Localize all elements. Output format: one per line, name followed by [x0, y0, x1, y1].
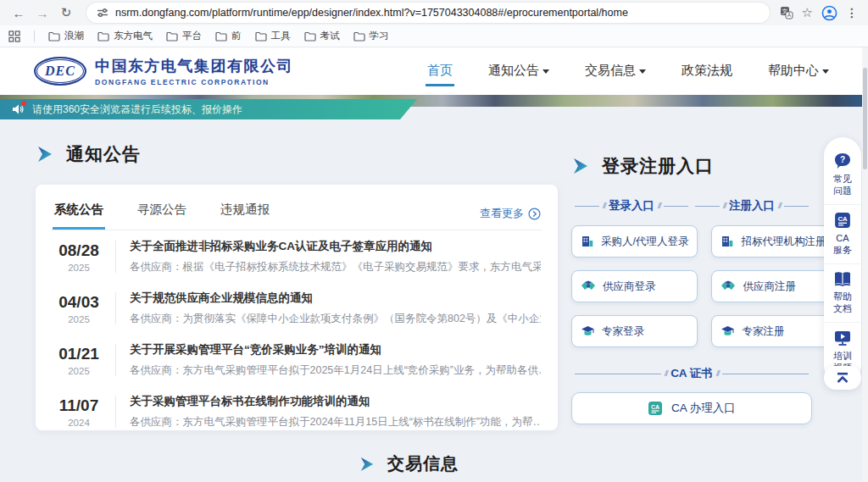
bookmark-folder[interactable]: 平台: [166, 30, 202, 42]
help-docs-shortcut[interactable]: 帮助文档: [824, 263, 861, 322]
profile-avatar-icon[interactable]: [821, 5, 837, 21]
login-entry-header: 登录入口: [571, 198, 692, 213]
notice-title[interactable]: 关于规范供应商企业规模信息的通知: [130, 291, 541, 306]
folder-icon: [304, 31, 316, 42]
purchaser-agent-login-button[interactable]: 采购人/代理人登录: [571, 225, 698, 258]
notice-list-item[interactable]: 01/21 2025 关于开展采购管理平台“竞价采购业务”培训的通知 各供应商：…: [51, 334, 542, 385]
entry-button-label: 专家登录: [602, 324, 644, 339]
notice-date: 08/28 2025: [53, 241, 105, 273]
section-arrow-icon: [571, 158, 590, 175]
handshake-icon: [581, 280, 596, 292]
ca-cert-header: CA 证书: [571, 366, 812, 381]
divider: [115, 344, 116, 376]
bookmark-label: 工具: [271, 30, 291, 42]
nav-item-trade-info[interactable]: 交易信息: [583, 56, 648, 86]
folder-icon: [166, 31, 178, 42]
notice-desc: 各供应商：为贯彻落实《保障中小企业款项支付条例》（国务院令第802号）及《中小企…: [130, 312, 541, 326]
section-title: 登录注册入口: [602, 154, 714, 178]
bookmark-label: 平台: [182, 30, 202, 42]
expert-register-button[interactable]: 专家注册: [711, 315, 835, 347]
quick-access-sidebar: ? 常见问题 CA CA服务 帮助文档 培训视频: [824, 137, 861, 385]
notice-list-item[interactable]: 11/07 2024 关于采购管理平台标书在线制作功能培训的通知 各供应商：东方…: [51, 385, 542, 437]
bookmark-folder[interactable]: 考试: [304, 30, 340, 42]
nav-item-policies[interactable]: 政策法规: [680, 56, 734, 86]
browser-notice-ribbon: 请使用360安全浏览器进行后续投标、报价操作: [0, 99, 417, 119]
tab-violation-reports[interactable]: 违规通报: [219, 197, 271, 230]
notices-card: 系统公告 寻源公告 违规通报 查看更多 08/28 2025: [36, 185, 558, 430]
address-bar[interactable]: nsrm.dongfang.com/platform/runtime/epp/d…: [86, 3, 770, 23]
notice-list-item[interactable]: 08/28 2025 关于全面推进非招标采购业务CA认证及电子签章应用的通知 各…: [51, 230, 542, 282]
notice-list-item[interactable]: 04/03 2025 关于规范供应商企业规模信息的通知 各供应商：为贯彻落实《保…: [51, 282, 542, 334]
tab-system-notices[interactable]: 系统公告: [53, 197, 105, 230]
supplier-login-button[interactable]: 供应商登录: [571, 270, 698, 302]
notices-section: 通知公告 系统公告 寻源公告 违规通报 查看更多 08/2: [36, 107, 558, 430]
bookmark-folder[interactable]: 学习: [353, 30, 389, 42]
ca-service-shortcut[interactable]: CA CA服务: [824, 204, 861, 263]
bookmark-folder[interactable]: 东方电气: [97, 30, 153, 42]
svg-text:A: A: [787, 12, 791, 18]
collapse-sidebar-button[interactable]: [824, 366, 861, 390]
notice-desc: 各供应商：根据《电子招标投标系统技术规范》《电子采购交易规范》要求，东方电气采购…: [130, 260, 541, 274]
folder-icon: [255, 31, 267, 42]
svg-text:?: ?: [840, 155, 845, 164]
question-icon: ?: [833, 152, 852, 169]
section-arrow-icon: [36, 146, 54, 163]
chevron-down-icon: [639, 69, 646, 74]
refresh-icon[interactable]: ↻: [56, 3, 76, 23]
circle-arrow-right-icon: [528, 208, 541, 220]
entry-buttons-grid: 采购人/代理人登录 招标代理机构注册 供应商登录 供应商注册: [571, 225, 812, 347]
notice-tabs: 系统公告 寻源公告 违规通报 查看更多: [51, 197, 542, 230]
folder-icon: [215, 31, 227, 42]
bookmark-label: 东方电气: [114, 30, 153, 42]
handshake-icon: [721, 280, 736, 292]
tab-sourcing-notices[interactable]: 寻源公告: [136, 197, 188, 230]
nav-item-notices[interactable]: 通知公告: [487, 56, 551, 86]
trade-info-section: 交易信息: [0, 452, 817, 475]
notice-title[interactable]: 关于开展采购管理平台“竞价采购业务”培训的通知: [130, 342, 541, 357]
page-main: 通知公告 系统公告 寻源公告 违规通报 查看更多 08/2: [0, 107, 868, 482]
divider: [115, 292, 116, 324]
company-name-cn: 中国东方电气集团有限公司: [95, 56, 293, 76]
book-icon: [833, 271, 852, 287]
entry-button-label: 招标代理机构注册: [741, 235, 826, 249]
page-scrollbar[interactable]: [862, 47, 868, 482]
dec-logo-text: DEC: [45, 64, 75, 79]
bookmark-star-icon[interactable]: ☆: [802, 5, 813, 20]
scrollbar-thumb[interactable]: [863, 68, 867, 169]
divider: [115, 396, 116, 428]
back-icon[interactable]: ←: [8, 3, 29, 23]
translate-icon[interactable]: 文A: [780, 6, 793, 19]
bookmark-label: 学习: [370, 30, 389, 42]
shortcut-label: 帮助文档: [832, 291, 854, 314]
bidding-agency-register-button[interactable]: 招标代理机构注册: [711, 225, 835, 258]
video-icon: [833, 330, 852, 346]
svg-text:CA: CA: [837, 215, 848, 223]
chevron-down-icon: [542, 69, 549, 74]
company-name-en: DONGFANG ELECTRIC CORPORATION: [95, 78, 293, 86]
site-settings-icon[interactable]: [97, 7, 108, 19]
bookmark-folder[interactable]: 工具: [255, 30, 291, 42]
nav-item-home[interactable]: 首页: [426, 56, 454, 86]
section-title: 交易信息: [387, 452, 459, 475]
browser-window: ← → ↻ nsrm.dongfang.com/platform/runtime…: [0, 0, 868, 482]
ca-icon: CA: [834, 212, 851, 229]
ca-apply-button[interactable]: CA CA 办理入口: [571, 392, 812, 424]
notice-title[interactable]: 关于采购管理平台标书在线制作功能培训的通知: [130, 394, 541, 409]
browser-toolbar: ← → ↻ nsrm.dongfang.com/platform/runtime…: [0, 0, 868, 25]
company-logo[interactable]: DEC 中国东方电气集团有限公司 DONGFANG ELECTRIC CORPO…: [34, 56, 293, 86]
view-more-link[interactable]: 查看更多: [480, 206, 541, 230]
folder-icon: [97, 31, 109, 42]
faq-shortcut[interactable]: ? 常见问题: [824, 146, 861, 204]
expert-login-button[interactable]: 专家登录: [571, 315, 698, 347]
bookmark-folder[interactable]: 前: [215, 30, 242, 42]
notice-title[interactable]: 关于全面推进非招标采购业务CA认证及电子签章应用的通知: [130, 239, 541, 254]
bookmarks-bar: 浪潮 东方电气 平台 前 工具 考试 学习: [0, 25, 868, 47]
url-text[interactable]: nsrm.dongfang.com/platform/runtime/epp/d…: [115, 7, 628, 19]
bookmark-folder[interactable]: 浪潮: [48, 30, 84, 42]
login-register-heading: 登录注册入口: [571, 154, 812, 178]
browser-menu-icon[interactable]: ⋮: [846, 6, 858, 19]
nav-item-help-center[interactable]: 帮助中心: [766, 56, 831, 86]
apps-grid-icon[interactable]: [8, 30, 20, 42]
forward-icon[interactable]: →: [32, 3, 53, 23]
supplier-register-button[interactable]: 供应商注册: [711, 270, 835, 302]
